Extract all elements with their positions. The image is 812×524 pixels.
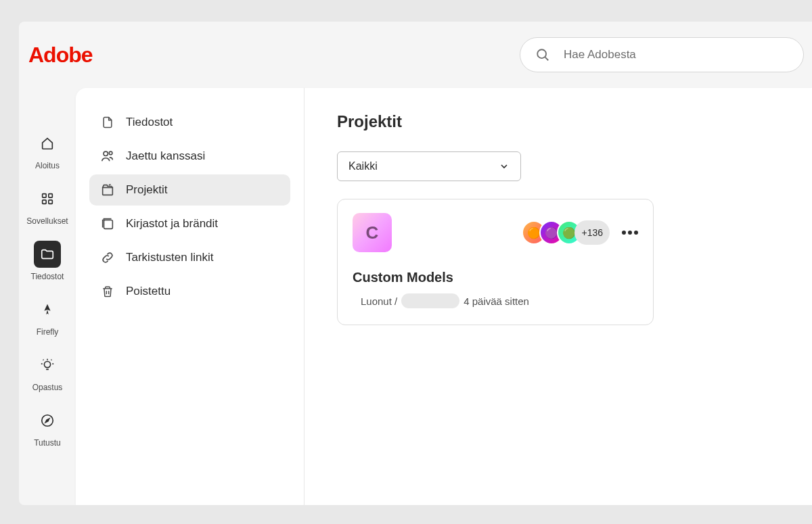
rail-label: Aloitus (35, 161, 60, 170)
created-ago: 4 päivää sitten (464, 295, 529, 307)
sidenav-item-deleted[interactable]: Poistettu (89, 276, 290, 307)
svg-point-6 (44, 362, 50, 368)
collaborator-avatars: 🟠 🟣 🟢 +136 (522, 220, 610, 245)
rail-item-firefly[interactable]: Firefly (34, 296, 61, 337)
body: Aloitus Sovellukset Tiedostot Firefly (19, 88, 812, 505)
project-thumbnail: C (353, 213, 392, 252)
rail-item-files[interactable]: Tiedostot (31, 241, 64, 281)
sidenav-item-reviews[interactable]: Tarkistusten linkit (89, 242, 290, 273)
rail-label: Opastus (32, 383, 63, 392)
trash-icon (100, 284, 115, 299)
sidenav-label: Tarkistusten linkit (126, 251, 213, 264)
firefly-icon (34, 296, 61, 323)
filter-dropdown[interactable]: Kaikki (337, 151, 521, 181)
libraries-icon (100, 216, 115, 231)
app-frame: Adobe Aloitus Sovellukset (19, 22, 812, 505)
sidenav-item-libraries[interactable]: Kirjastot ja brändit (89, 208, 290, 239)
filter-value: Kaikki (348, 160, 378, 172)
projects-icon (100, 183, 115, 197)
left-rail: Aloitus Sovellukset Tiedostot Firefly (19, 88, 76, 505)
sidenav-label: Kirjastot ja brändit (126, 217, 218, 231)
rail-label: Tutustu (34, 438, 61, 448)
search-icon (535, 47, 550, 62)
folder-icon (34, 241, 61, 268)
sidenav-item-shared[interactable]: Jaettu kanssasi (89, 141, 290, 172)
rail-item-learn[interactable]: Opastus (32, 352, 63, 392)
side-nav: Tiedostot Jaettu kanssasi Projektit (76, 88, 304, 505)
file-icon (100, 115, 115, 130)
svg-rect-3 (49, 194, 53, 198)
chevron-down-icon (499, 161, 510, 172)
bulb-icon (34, 352, 61, 379)
sidenav-label: Jaettu kanssasi (126, 149, 205, 163)
more-menu-button[interactable] (622, 231, 638, 235)
main-panel: Tiedostot Jaettu kanssasi Projektit (76, 88, 812, 505)
sidenav-item-projects[interactable]: Projektit (89, 174, 290, 206)
avatar-overflow-count: +136 (574, 220, 610, 245)
project-card[interactable]: C 🟠 🟣 🟢 +136 Custom Models Luo (337, 199, 654, 325)
rail-label: Firefly (37, 327, 59, 337)
search-field[interactable] (520, 37, 804, 72)
sidenav-label: Tiedostot (126, 116, 173, 129)
svg-rect-4 (43, 200, 46, 204)
page-title: Projektit (337, 112, 780, 131)
sidenav-label: Poistettu (126, 285, 171, 298)
home-icon (34, 130, 61, 157)
apps-icon (34, 185, 61, 212)
rail-label: Tiedostot (31, 272, 64, 281)
compass-icon (34, 407, 61, 434)
rail-label: Sovellukset (26, 216, 68, 226)
svg-rect-2 (43, 194, 46, 198)
svg-line-11 (51, 360, 51, 360)
topbar: Adobe (19, 22, 812, 88)
svg-rect-17 (104, 220, 113, 229)
project-meta: Luonut / 4 päivää sitten (353, 293, 638, 308)
project-name: Custom Models (353, 270, 638, 285)
svg-point-15 (104, 151, 108, 156)
svg-point-16 (109, 151, 112, 155)
search-input[interactable] (564, 48, 788, 62)
content-area: Projektit Kaikki C 🟠 🟣 🟢 +136 (304, 88, 812, 505)
link-icon (100, 250, 115, 265)
people-icon (100, 149, 115, 164)
card-header: C 🟠 🟣 🟢 +136 (353, 213, 638, 252)
sidenav-label: Projektit (126, 183, 167, 197)
svg-line-10 (43, 360, 44, 360)
brand-logo[interactable]: Adobe (28, 43, 93, 68)
sidenav-item-files[interactable]: Tiedostot (89, 107, 290, 138)
svg-rect-5 (49, 200, 53, 204)
created-by-label: Luonut / (361, 295, 397, 307)
rail-item-apps[interactable]: Sovellukset (26, 185, 68, 226)
creator-name-redacted (401, 293, 459, 308)
rail-item-discover[interactable]: Tutustu (34, 407, 61, 448)
svg-line-1 (545, 57, 549, 61)
svg-marker-14 (45, 419, 49, 423)
svg-point-0 (537, 49, 546, 58)
rail-item-home[interactable]: Aloitus (34, 130, 61, 170)
